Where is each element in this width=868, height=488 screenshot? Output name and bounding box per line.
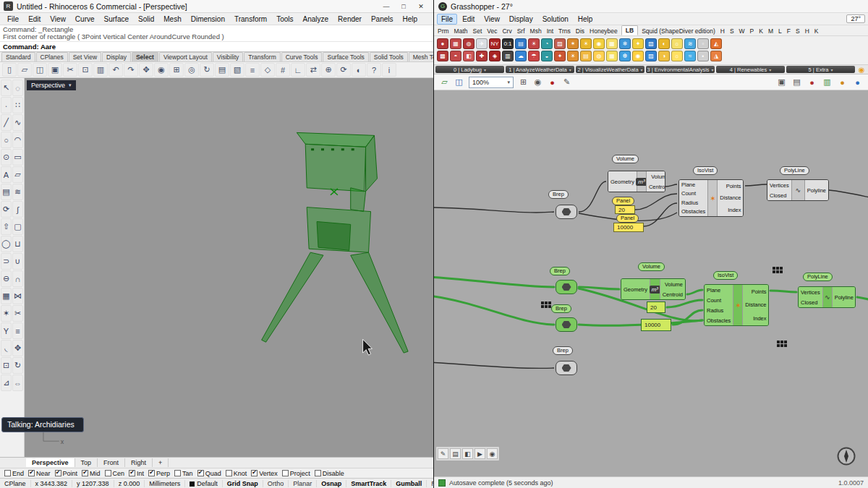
grid-icon[interactable]: # [276,63,290,77]
cylinder-icon[interactable]: ⊔ [12,236,23,252]
info-icon[interactable]: i [382,63,396,77]
input-closed[interactable]: Closed [770,192,789,199]
extra-icon[interactable]: ◭ [710,38,722,49]
palette-icon[interactable]: ≈ [684,51,696,61]
zoom-window-icon[interactable]: ⊞ [169,63,184,77]
palette-section[interactable]: 4 | Renewables [716,66,785,73]
swap-view-icon[interactable]: ⇄ [306,63,320,77]
checkbox[interactable] [251,470,258,476]
open-file-icon[interactable]: ▱ [438,76,451,88]
input-plane[interactable]: Plane [681,181,705,188]
perspective-viewport[interactable]: Perspective ▾ [25,78,433,457]
text-icon[interactable]: A [1,166,12,183]
category-tab[interactable]: Honeybee [588,27,619,35]
category-tab[interactable]: M [767,27,775,35]
checkbox[interactable] [148,470,155,476]
wind-speed-icon[interactable]: ≋ [684,38,696,49]
pan-icon[interactable]: ✥ [139,63,153,77]
fillet-icon[interactable]: ◟ [1,340,12,356]
category-tab[interactable]: S [794,27,801,35]
menu-item[interactable]: View [480,14,504,25]
trim-icon[interactable]: ✂ [12,305,23,322]
palette-icon[interactable]: ✚ [476,51,488,61]
palette-icon[interactable]: ▦ [606,51,618,61]
zoom-icon[interactable]: ◉ [154,63,169,77]
copy-icon[interactable]: ⊡ [78,63,93,77]
lasso-select-icon[interactable]: ◌ [12,80,23,96]
preview-blue-icon[interactable]: ● [851,76,864,88]
curve-icon[interactable]: ∿ [12,114,23,131]
output-polyline[interactable]: Polyline [835,294,854,301]
category-tab[interactable]: Math [453,27,469,35]
palette-section[interactable]: 1 | AnalyzeWeatherData [506,66,574,73]
doc-preview-icon[interactable]: ▥ [821,76,833,88]
input-geometry[interactable]: Geometry [624,286,647,293]
save-file-icon[interactable]: ◫ [453,76,465,88]
sweep-icon[interactable]: ∫ [12,201,23,218]
output-distance[interactable]: Distance [745,301,766,308]
loft-icon[interactable]: ≋ [12,184,23,200]
boolean-difference-icon[interactable]: ⊖ [1,270,12,287]
category-tab[interactable]: Msh [529,27,543,35]
pipe-icon[interactable]: ⊃ [1,253,12,270]
toolbar-tab[interactable]: Set View [69,52,101,61]
palette-icon[interactable]: ◒ [541,51,553,61]
osnap-toggle[interactable]: Cen [105,470,125,477]
panel-nameplate[interactable]: Panel [612,197,634,205]
palette-icon[interactable]: ☀ [567,51,579,61]
palette-icon[interactable]: ▥ [502,51,514,61]
palette-icon[interactable]: ◓ [450,51,461,61]
menu-item[interactable]: Help [574,14,597,25]
osnap-toggle[interactable]: Int [129,470,144,477]
palette-icon[interactable]: ◮ [710,51,722,61]
menu-item[interactable]: Solution [538,14,573,25]
input-plane[interactable]: Plane [707,287,731,294]
scale-tool-icon[interactable]: ⊿ [1,374,12,391]
palette-icon[interactable]: ▨ [645,51,657,61]
boolean-intersect-icon[interactable]: ∩ [12,270,23,287]
palette-section[interactable]: 5 | Extra [786,66,855,73]
checkbox[interactable] [105,470,111,476]
output-points[interactable]: Points [752,288,767,295]
category-tab[interactable]: Srf [516,27,527,35]
output-distance[interactable]: Distance [720,194,741,201]
gh-canvas[interactable]: Brep Volume Geometry m³ Volume Centroid … [434,90,868,476]
toolbar-tab[interactable]: Select [132,52,158,61]
checkbox[interactable] [28,470,35,476]
cplane-selector[interactable]: CPlane [0,480,31,487]
palette-icon[interactable]: ◧ [463,51,475,61]
menu-item[interactable]: Render [333,14,366,25]
osnap-toggle[interactable]: End [4,470,24,477]
osnap-toggle[interactable]: Mid [82,470,101,477]
open-file-icon[interactable]: ▱ [17,63,32,77]
palette-icon[interactable]: ◑ [658,51,670,61]
isovist-component[interactable]: Plane Count Radius Obstacles ✶ Points Di… [678,179,744,217]
brep-nameplate[interactable]: Brep [548,190,569,199]
category-tab[interactable]: W [738,27,746,35]
paste-icon[interactable]: ▥ [93,63,108,77]
polyline-component-selected[interactable]: Vertices Closed ∿ Polyline [798,286,856,308]
jump-tool-icon[interactable]: ▶ [475,448,485,459]
join-icon[interactable]: ⋈ [12,288,23,304]
layers-icon[interactable]: ▧ [230,63,244,77]
copy-tool-icon[interactable]: ⊡ [1,357,12,374]
wind-rose-icon[interactable]: ◔ [541,38,553,49]
mesh-icon[interactable]: ▦ [1,288,12,304]
palette-icon[interactable]: ◉ [632,51,644,61]
toolbar-tab[interactable]: Surface Tools [323,52,368,61]
palette-icon[interactable]: ◍ [593,51,605,61]
scribble-color-icon[interactable]: ◧ [462,448,473,459]
input-count[interactable]: Count [681,190,705,197]
input-radius[interactable]: Radius [681,200,705,206]
active-layer[interactable]: Default [185,480,223,487]
ellipse-icon[interactable]: ⊙ [1,149,12,166]
arc-icon[interactable]: ◠ [12,132,23,148]
palette-section[interactable]: 2 | VisualizeWeatherData [576,66,644,73]
explode-icon[interactable]: ✶ [1,305,12,322]
rhino-titlebar[interactable]: R Untitled - Rhinoceros 6 Commercial - [… [0,0,433,13]
menu-item[interactable]: Solid [134,14,158,25]
help-icon[interactable]: ? [367,63,381,77]
save-icon[interactable]: ◫ [33,63,47,77]
category-tab[interactable]: Crv [501,27,513,35]
brep-nameplate[interactable]: Brep [550,267,570,275]
